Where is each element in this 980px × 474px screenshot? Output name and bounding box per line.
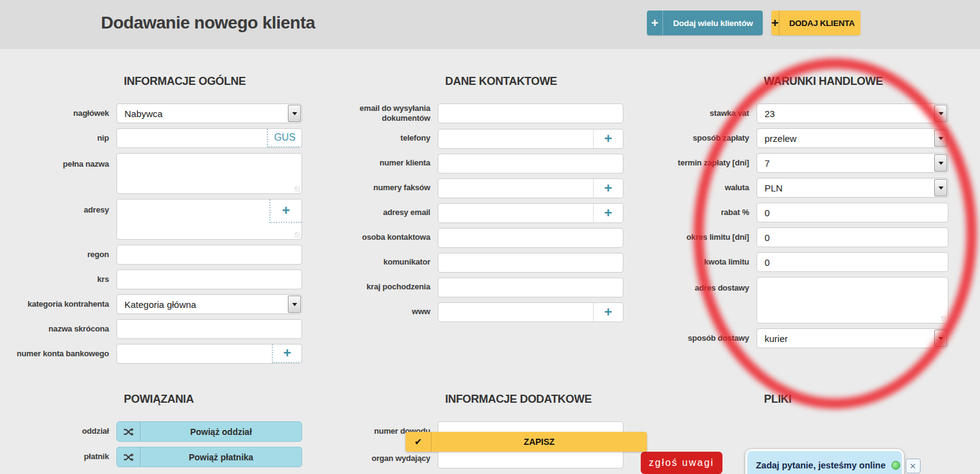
sposob-zaplaty-select[interactable]: przelew: [757, 128, 948, 148]
resize-grip-icon[interactable]: [941, 316, 947, 322]
select-value: 7: [765, 158, 770, 169]
kategoria-select[interactable]: Kategoria główna: [116, 294, 302, 314]
field-row-www: www +: [326, 302, 631, 322]
chevron-down-icon[interactable]: [934, 129, 947, 147]
section-title-additional: INFORMACJE DODATKOWE: [445, 393, 631, 405]
field-label: regon: [5, 245, 116, 265]
field-row-konto: numer konta bankowego +: [5, 344, 310, 364]
plus-icon: +: [647, 11, 663, 35]
select-value: kurier: [765, 333, 788, 344]
field-label: www: [326, 302, 438, 322]
termin-zaplaty-select[interactable]: 7: [757, 153, 948, 173]
pelna-nazwa-textarea[interactable]: [116, 153, 302, 194]
adres-dostawy-textarea[interactable]: [757, 277, 948, 323]
sposob-dostawy-select[interactable]: kurier: [757, 328, 948, 348]
naglowek-select[interactable]: Nabywca: [116, 103, 302, 123]
gus-link[interactable]: GUS: [267, 129, 301, 147]
add-account-button[interactable]: +: [272, 345, 301, 363]
select-value: PLN: [765, 183, 783, 193]
field-row-stawka-vat: stawka vat 23: [649, 103, 956, 123]
save-button[interactable]: ✔ ZAPISZ: [405, 432, 647, 452]
field-label: sposób dostawy: [649, 328, 757, 348]
chevron-down-icon[interactable]: [934, 330, 947, 347]
field-row-naglowek: nagłówek Nabywca: [5, 103, 310, 123]
chevron-down-icon[interactable]: [288, 105, 301, 122]
field-label: komunikator: [326, 253, 438, 273]
field-row-rabat: rabat %: [649, 203, 956, 222]
chevron-down-icon[interactable]: [288, 296, 301, 313]
field-label: okres limitu [dni]: [649, 227, 757, 247]
close-icon[interactable]: ✕: [906, 459, 921, 473]
add-client-button[interactable]: + DODAJ KLIENTA: [771, 11, 861, 35]
nazwa-skrocona-input[interactable]: [116, 319, 302, 339]
section-files: PLIKI: [649, 393, 956, 421]
resize-grip-icon[interactable]: [295, 232, 300, 238]
add-many-clients-label: Dodaj wielu klientów: [663, 11, 763, 35]
section-contact-data: DANE KONTAKTOWE email do wysyłania dokum…: [326, 75, 631, 327]
field-label: telefony: [326, 129, 438, 149]
link-payer-label: Powiąż płatnika: [141, 447, 301, 467]
chevron-down-icon[interactable]: [934, 154, 947, 172]
link-branch-button[interactable]: Powiąż oddział: [116, 421, 302, 442]
field-row-telefony: telefony +: [326, 129, 631, 149]
waluta-select[interactable]: PLN: [757, 178, 948, 198]
field-row-nip: nip GUS: [5, 128, 310, 148]
section-general-info: INFORMACJE OGÓLNE nagłówek Nabywca nip G…: [5, 75, 310, 369]
add-phone-button[interactable]: +: [593, 129, 623, 148]
numer-klienta-input[interactable]: [438, 154, 623, 173]
plus-icon: +: [604, 304, 612, 320]
field-row-email-dokumenty: email do wysyłania dokumentów: [326, 103, 631, 124]
add-client-label: DODAJ KLIENTA: [779, 11, 865, 35]
add-email-button[interactable]: +: [593, 204, 623, 222]
osoba-kontaktowa-input[interactable]: [438, 228, 623, 248]
feedback-button[interactable]: zgłoś uwagi: [641, 452, 722, 474]
page-title: Dodawanie nowego klienta: [101, 13, 315, 33]
rabat-input[interactable]: [757, 203, 948, 222]
chevron-down-icon[interactable]: [934, 179, 947, 196]
link-branch-label: Powiąż oddział: [141, 422, 301, 441]
select-value: Nabywca: [124, 108, 163, 119]
komunikator-input[interactable]: [438, 253, 623, 273]
add-many-clients-button[interactable]: + Dodaj wielu klientów: [647, 11, 763, 35]
field-label: numer klienta: [326, 154, 438, 173]
shuffle-icon: [117, 447, 141, 467]
field-label: adresy email: [326, 203, 438, 223]
field-label: kategoria kontrahenta: [5, 294, 116, 314]
regon-input[interactable]: [116, 245, 302, 265]
select-value: przelew: [765, 133, 797, 144]
section-title-files: PLIKI: [764, 393, 956, 405]
field-row-regon: regon: [5, 245, 310, 265]
field-row-sposob-dostawy: sposób dostawy kurier: [649, 328, 956, 348]
save-label: ZAPISZ: [431, 432, 647, 452]
field-row-kraj: kraj pochodzenia: [326, 278, 631, 297]
plus-icon: +: [604, 180, 612, 196]
field-label: termin zapłaty [dni]: [649, 153, 757, 173]
plus-icon: +: [604, 131, 612, 147]
resize-grip-icon[interactable]: [295, 187, 300, 192]
field-row-pelna-nazwa: pełna nazwa: [5, 153, 310, 194]
field-label: numery faksów: [326, 178, 438, 198]
krs-input[interactable]: [116, 270, 302, 289]
plus-icon: +: [771, 11, 779, 35]
field-label: email do wysyłania dokumentów: [326, 103, 438, 124]
kwota-limitu-input[interactable]: [757, 252, 948, 272]
field-row-kwota-limitu: kwota limitu: [649, 252, 956, 272]
add-www-button[interactable]: +: [593, 303, 623, 322]
field-row-nazwa-skrocona: nazwa skrócona: [5, 319, 310, 339]
okres-limitu-input[interactable]: [757, 227, 948, 247]
field-row-adresy: adresy +: [5, 199, 310, 240]
field-row-waluta: waluta PLN: [649, 178, 956, 198]
chevron-down-icon[interactable]: [934, 105, 947, 122]
add-address-button[interactable]: +: [269, 200, 301, 223]
field-row-okres-limitu: okres limitu [dni]: [649, 227, 956, 247]
field-label: pełna nazwa: [5, 153, 116, 194]
plus-icon: +: [284, 345, 292, 361]
email-dokumenty-input[interactable]: [438, 103, 623, 123]
add-fax-button[interactable]: +: [593, 179, 623, 198]
field-label: krs: [5, 270, 116, 289]
kraj-pochodzenia-input[interactable]: [438, 278, 623, 297]
field-row-faksy: numery faksów +: [326, 178, 631, 198]
link-payer-button[interactable]: Powiąż płatnika: [116, 447, 302, 467]
chat-widget[interactable]: Zadaj pytanie, jesteśmy online ✕: [745, 449, 904, 474]
stawka-vat-select[interactable]: 23: [757, 103, 948, 123]
